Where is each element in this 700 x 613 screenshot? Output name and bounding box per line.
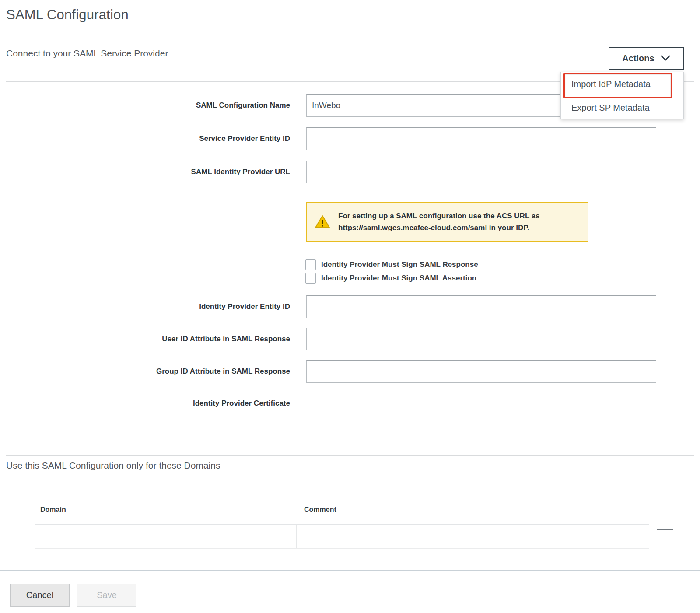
field-label-saml-configuration-name: SAML Configuration Name xyxy=(0,94,290,117)
checkbox-row-sign-response: Identity Provider Must Sign SAML Respons… xyxy=(305,259,478,270)
field-label-user-id-attribute: User ID Attribute in SAML Response xyxy=(0,328,290,350)
field-label-group-id-attribute: Group ID Attribute in SAML Response xyxy=(0,360,290,383)
sign-saml-assertion-label: Identity Provider Must Sign SAML Asserti… xyxy=(321,274,476,283)
column-header-comment: Comment xyxy=(304,506,336,514)
section2-heading: Use this SAML Configuration only for the… xyxy=(6,460,220,471)
section2-divider xyxy=(6,455,694,456)
save-button[interactable]: Save xyxy=(77,584,136,607)
actions-menu: Import IdP Metadata Export SP Metadata xyxy=(560,72,684,119)
identity-provider-entity-id-input[interactable] xyxy=(306,295,656,318)
table-column-divider xyxy=(296,525,297,548)
service-provider-entity-id-input[interactable] xyxy=(306,127,656,150)
field-label-identity-provider-entity-id: Identity Provider Entity ID xyxy=(0,295,290,318)
warning-text: For setting up a SAML configuration use … xyxy=(338,210,540,234)
actions-button[interactable]: Actions xyxy=(609,47,684,70)
domain-table-row[interactable] xyxy=(35,525,649,549)
page-title: SAML Configuration xyxy=(6,7,129,23)
field-label-identity-provider-certificate: Identity Provider Certificate xyxy=(0,392,290,415)
add-domain-button[interactable] xyxy=(656,521,674,539)
menu-item-export-sp-metadata[interactable]: Export SP Metadata xyxy=(561,96,683,119)
sign-saml-response-label: Identity Provider Must Sign SAML Respons… xyxy=(321,260,478,269)
footer-divider xyxy=(0,570,700,571)
actions-button-label: Actions xyxy=(622,53,654,63)
sign-saml-assertion-checkbox[interactable] xyxy=(305,273,316,284)
section1-heading: Connect to your SAML Service Provider xyxy=(6,48,168,59)
acs-url-warning: For setting up a SAML configuration use … xyxy=(306,202,588,242)
sign-saml-response-checkbox[interactable] xyxy=(305,259,316,270)
saml-identity-provider-url-input[interactable] xyxy=(306,161,656,183)
field-label-service-provider-entity-id: Service Provider Entity ID xyxy=(0,127,290,150)
plus-icon xyxy=(656,521,674,539)
group-id-attribute-input[interactable] xyxy=(306,360,656,383)
menu-item-import-idp-metadata[interactable]: Import IdP Metadata xyxy=(561,72,683,96)
chevron-down-icon xyxy=(661,55,670,61)
field-label-saml-identity-provider-url: SAML Identity Provider URL xyxy=(0,161,290,183)
cancel-button[interactable]: Cancel xyxy=(10,584,70,607)
column-header-domain: Domain xyxy=(40,506,66,514)
user-id-attribute-input[interactable] xyxy=(306,328,656,350)
warning-triangle-icon xyxy=(314,214,331,229)
checkbox-row-sign-assertion: Identity Provider Must Sign SAML Asserti… xyxy=(305,273,476,284)
